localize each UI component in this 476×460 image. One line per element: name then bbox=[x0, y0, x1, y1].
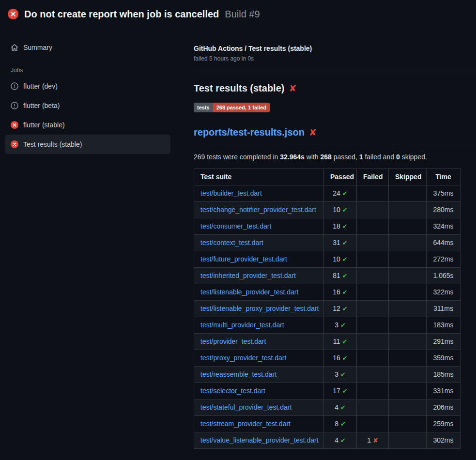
page-title: Do not create report when job is cancell… bbox=[24, 9, 219, 20]
table-header-row: Test suite Passed Failed Skipped Time bbox=[194, 169, 461, 185]
failed-cell bbox=[357, 334, 389, 350]
skipped-cell bbox=[389, 383, 427, 399]
sidebar-job-label: flutter (beta) bbox=[23, 102, 60, 109]
check-icon: ✔ bbox=[342, 354, 348, 362]
passed-cell: 8✔ bbox=[324, 416, 357, 432]
suite-cell: test/proxy_provider_test.dart bbox=[194, 350, 324, 367]
failed-status-icon bbox=[11, 121, 18, 129]
passed-cell: 16✔ bbox=[324, 284, 357, 301]
test-suite-link[interactable]: test/builder_test.dart bbox=[200, 189, 262, 197]
test-suite-link[interactable]: test/multi_provider_test.dart bbox=[200, 321, 284, 329]
passed-cell-count: 3 bbox=[335, 321, 338, 329]
failed-cell bbox=[357, 185, 389, 202]
summary-passed-count: 268 bbox=[321, 153, 332, 161]
table-row: test/consumer_test.dart18✔324ms bbox=[194, 218, 461, 235]
skipped-cell bbox=[389, 251, 427, 268]
sidebar-item-flutter-stable[interactable]: flutter (stable) bbox=[5, 115, 170, 135]
check-run-title-text: Test results (stable) bbox=[194, 83, 284, 94]
failed-cell bbox=[357, 202, 389, 218]
report-file-link[interactable]: reports/test-results.json bbox=[194, 127, 305, 138]
badge-value: 268 passed, 1 failed bbox=[213, 103, 270, 112]
sidebar-item-test-results-stable[interactable]: Test results (stable) bbox=[5, 135, 170, 154]
check-icon: ✔ bbox=[342, 272, 348, 279]
check-icon: ✔ bbox=[342, 289, 348, 296]
skipped-cell bbox=[389, 432, 427, 449]
passed-cell: 3✔ bbox=[324, 317, 357, 334]
test-suite-link[interactable]: test/future_provider_test.dart bbox=[200, 255, 287, 263]
passed-cell-count: 16 bbox=[333, 288, 340, 296]
sidebar-item-flutter-beta[interactable]: flutter (beta) bbox=[5, 96, 170, 115]
skipped-cell bbox=[389, 218, 427, 235]
run-status-line: failed 5 hours ago in 0s bbox=[194, 55, 476, 62]
passed-cell: 11✔ bbox=[324, 334, 357, 350]
failed-cell bbox=[357, 218, 389, 235]
suite-cell: test/provider_test.dart bbox=[194, 334, 324, 350]
test-suite-link[interactable]: test/value_listenable_provider_test.dart bbox=[200, 436, 319, 444]
test-suite-link[interactable]: test/selector_test.dart bbox=[200, 387, 265, 395]
sidebar-job-label: flutter (stable) bbox=[23, 121, 65, 129]
failed-status-icon bbox=[11, 140, 18, 148]
check-icon: ✔ bbox=[342, 338, 347, 345]
summary-part: with bbox=[305, 153, 321, 161]
table-row: test/proxy_provider_test.dart16✔359ms bbox=[194, 350, 461, 367]
page-header: Do not create report when job is cancell… bbox=[0, 0, 476, 27]
table-row: test/value_listenable_provider_test.dart… bbox=[194, 432, 461, 449]
table-row: test/provider_test.dart11✔291ms bbox=[194, 334, 461, 350]
neutral-status-icon bbox=[11, 82, 18, 90]
test-suite-link[interactable]: test/reassemble_test.dart bbox=[200, 370, 276, 378]
test-suite-link[interactable]: test/consumer_test.dart bbox=[200, 222, 271, 230]
test-suite-link[interactable]: test/change_notifier_provider_test.dart bbox=[200, 206, 316, 214]
failed-cell bbox=[357, 416, 389, 432]
skipped-cell bbox=[389, 284, 427, 301]
failed-cell bbox=[357, 317, 389, 334]
time-cell: 375ms bbox=[427, 185, 461, 202]
time-cell: 324ms bbox=[427, 218, 461, 235]
sidebar-item-summary[interactable]: Summary bbox=[5, 40, 170, 55]
suite-cell: test/multi_provider_test.dart bbox=[194, 317, 324, 334]
time-cell: 272ms bbox=[427, 251, 461, 268]
table-row: test/stateful_provider_test.dart4✔206ms bbox=[194, 399, 461, 416]
check-icon: ✔ bbox=[340, 404, 346, 411]
time-cell: 302ms bbox=[427, 432, 461, 449]
passed-cell: 18✔ bbox=[324, 218, 357, 235]
check-icon: ✔ bbox=[342, 223, 348, 230]
suite-cell: test/stream_provider_test.dart bbox=[194, 416, 324, 432]
summary-skipped-count: 0 bbox=[396, 153, 400, 161]
passed-cell: 12✔ bbox=[324, 301, 357, 317]
test-suite-link[interactable]: test/inherited_provider_test.dart bbox=[200, 272, 296, 279]
passed-cell-count: 16 bbox=[333, 354, 340, 362]
badge-label: tests bbox=[194, 103, 213, 112]
check-icon: ✔ bbox=[340, 420, 346, 428]
test-suite-link[interactable]: test/listenable_proxy_provider_test.dart bbox=[200, 305, 319, 312]
suite-cell: test/listenable_proxy_provider_test.dart bbox=[194, 301, 324, 317]
passed-cell-count: 24 bbox=[333, 189, 340, 197]
skipped-cell bbox=[389, 399, 427, 416]
table-row: test/selector_test.dart17✔331ms bbox=[194, 383, 461, 399]
skipped-cell bbox=[389, 235, 427, 251]
test-suite-link[interactable]: test/context_test.dart bbox=[200, 239, 263, 246]
suite-cell: test/consumer_test.dart bbox=[194, 218, 324, 235]
suite-cell: test/listenable_provider_test.dart bbox=[194, 284, 324, 301]
test-suite-link[interactable]: test/proxy_provider_test.dart bbox=[200, 354, 286, 362]
sidebar-item-flutter-dev[interactable]: flutter (dev) bbox=[5, 77, 170, 96]
passed-cell: 3✔ bbox=[324, 367, 357, 383]
suite-cell: test/future_provider_test.dart bbox=[194, 251, 324, 268]
suite-cell: test/stateful_provider_test.dart bbox=[194, 399, 324, 416]
skipped-cell bbox=[389, 268, 427, 284]
time-cell: 280ms bbox=[427, 202, 461, 218]
test-suite-link[interactable]: test/listenable_provider_test.dart bbox=[200, 288, 298, 296]
time-cell: 259ms bbox=[427, 416, 461, 432]
test-suite-link[interactable]: test/provider_test.dart bbox=[200, 337, 266, 345]
suite-cell: test/context_test.dart bbox=[194, 235, 324, 251]
results-table-body: test/builder_test.dart24✔375mstest/chang… bbox=[194, 185, 461, 449]
test-suite-link[interactable]: test/stream_provider_test.dart bbox=[200, 420, 291, 428]
cross-mark-icon: ✘ bbox=[289, 83, 296, 94]
skipped-cell bbox=[389, 334, 427, 350]
test-suite-link[interactable]: test/stateful_provider_test.dart bbox=[200, 403, 292, 411]
neutral-status-icon bbox=[11, 102, 18, 109]
check-icon: ✔ bbox=[340, 322, 346, 329]
passed-cell: 4✔ bbox=[324, 432, 357, 449]
passed-cell-count: 31 bbox=[333, 239, 340, 246]
check-icon: ✔ bbox=[342, 387, 348, 395]
passed-cell-count: 81 bbox=[333, 272, 340, 279]
